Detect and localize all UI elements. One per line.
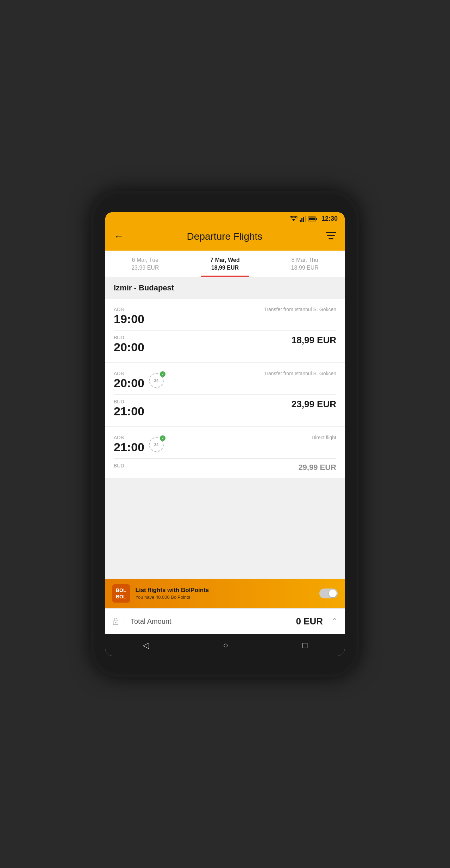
back-button[interactable]: ← xyxy=(114,231,124,242)
toggle-knob xyxy=(329,590,337,597)
flight-departure-1: ADB 20:00 xyxy=(114,371,144,390)
departure-code-0: ADB xyxy=(114,307,144,312)
svg-rect-8 xyxy=(326,232,336,233)
nav-recent-button[interactable]: □ xyxy=(302,640,308,650)
svg-rect-4 xyxy=(305,216,306,222)
total-amount-value: 0 EUR xyxy=(296,616,323,627)
svg-rect-9 xyxy=(327,235,335,236)
arrival-time-1: 21:00 xyxy=(114,404,144,418)
svg-rect-3 xyxy=(303,217,304,222)
page-title: Departure Flights xyxy=(187,231,263,242)
transfer-label-0: Transfer from Istanbul S. Gokcen xyxy=(264,307,336,312)
clock-24-badge-2: 24 ✓ xyxy=(149,437,164,452)
status-bar: 12:30 xyxy=(105,212,345,225)
bol-logo: BOL BOL xyxy=(112,584,130,603)
battery-icon xyxy=(308,216,317,221)
arrival-code-0: BUD xyxy=(114,335,144,340)
price-label-2: 18,99 EUR xyxy=(268,265,341,271)
flight-arrival-2: BUD xyxy=(114,463,124,468)
filter-icon[interactable] xyxy=(326,231,336,242)
price-label-0: 23,99 EUR xyxy=(109,265,182,271)
flight-arrival-1: BUD 21:00 xyxy=(114,399,144,418)
bolpoints-text: List flights with BolPoints You have 40.… xyxy=(136,587,314,600)
price-label-1: 18,99 EUR xyxy=(189,265,262,271)
arrival-code-2: BUD xyxy=(114,463,124,468)
departure-code-1: ADB xyxy=(114,371,144,376)
svg-rect-2 xyxy=(301,218,302,222)
svg-point-12 xyxy=(115,622,116,623)
bolpoints-title: List flights with BolPoints xyxy=(136,587,314,594)
departure-time-1: 20:00 xyxy=(114,376,144,390)
svg-rect-7 xyxy=(309,218,315,220)
departure-time-0: 19:00 xyxy=(114,312,144,326)
nav-home-button[interactable]: ○ xyxy=(223,640,229,650)
flight-departure-2: ADB 21:00 xyxy=(114,435,144,454)
nav-back-button[interactable]: ◁ xyxy=(143,640,149,650)
wifi-icon xyxy=(290,216,298,222)
date-label-0: 6 Mar, Tue xyxy=(109,257,182,263)
bolpoints-banner: BOL BOL List flights with BolPoints You … xyxy=(105,579,345,608)
flight-arrival-0: BUD 20:00 xyxy=(114,335,144,354)
flight-price-partial-2: 29,99 EUR xyxy=(298,463,336,472)
chevron-up-icon[interactable]: ⌃ xyxy=(331,617,338,626)
phone-screen: 12:30 ← Departure Flights 6 Mar, Tue 23,… xyxy=(105,212,345,656)
bolpoints-toggle[interactable] xyxy=(319,589,338,598)
flight-card-0[interactable]: ADB 19:00 Transfer from Istanbul S. Gokc… xyxy=(105,299,345,362)
svg-marker-0 xyxy=(292,219,295,221)
transfer-label-1: Transfer from Istanbul S. Gokcen xyxy=(264,371,336,376)
flight-card-1[interactable]: ADB 20:00 24 ✓ Transfer from Istanbul S.… xyxy=(105,363,345,426)
status-icons: 12:30 xyxy=(290,215,338,222)
flight-card-2[interactable]: ADB 21:00 24 ✓ Direct flight xyxy=(105,427,345,478)
total-bar[interactable]: Total Amount 0 EUR ⌃ xyxy=(105,608,345,634)
signal-icon xyxy=(300,216,306,222)
svg-rect-1 xyxy=(300,220,301,222)
date-label-2: 8 Mar, Thu xyxy=(268,257,341,263)
arrival-code-1: BUD xyxy=(114,399,144,404)
flight-price-1: 23,99 EUR xyxy=(292,399,336,410)
total-amount-label: Total Amount xyxy=(131,617,290,625)
flight-list: ADB 19:00 Transfer from Istanbul S. Gokc… xyxy=(105,299,345,579)
flight-price-0: 18,99 EUR xyxy=(292,335,336,346)
departure-time-2: 21:00 xyxy=(114,440,144,454)
phone-shell: 12:30 ← Departure Flights 6 Mar, Tue 23,… xyxy=(91,191,359,677)
direct-flight-label-2: Direct flight xyxy=(312,435,336,440)
date-tab-1[interactable]: 7 Mar, Wed 18,99 EUR xyxy=(185,251,265,277)
date-tabs: 6 Mar, Tue 23,99 EUR 7 Mar, Wed 18,99 EU… xyxy=(105,251,345,277)
date-tab-2[interactable]: 8 Mar, Thu 18,99 EUR xyxy=(265,251,345,277)
arrival-time-0: 20:00 xyxy=(114,340,144,354)
clock-24-badge-1: 24 ✓ xyxy=(149,373,164,388)
date-label-1: 7 Mar, Wed xyxy=(189,257,262,263)
svg-rect-10 xyxy=(329,238,333,239)
flight-departure-0: ADB 19:00 xyxy=(114,307,144,326)
svg-rect-6 xyxy=(316,218,317,220)
status-time: 12:30 xyxy=(321,215,338,222)
nav-bar: ◁ ○ □ xyxy=(105,634,345,656)
date-tab-0[interactable]: 6 Mar, Tue 23,99 EUR xyxy=(105,251,185,277)
departure-code-2: ADB xyxy=(114,435,144,440)
route-label: Izmir - Budapest xyxy=(105,277,345,299)
app-header: ← Departure Flights xyxy=(105,225,345,251)
lock-icon xyxy=(112,615,125,628)
bolpoints-subtitle: You have 40.000 BolPoints xyxy=(136,595,314,600)
